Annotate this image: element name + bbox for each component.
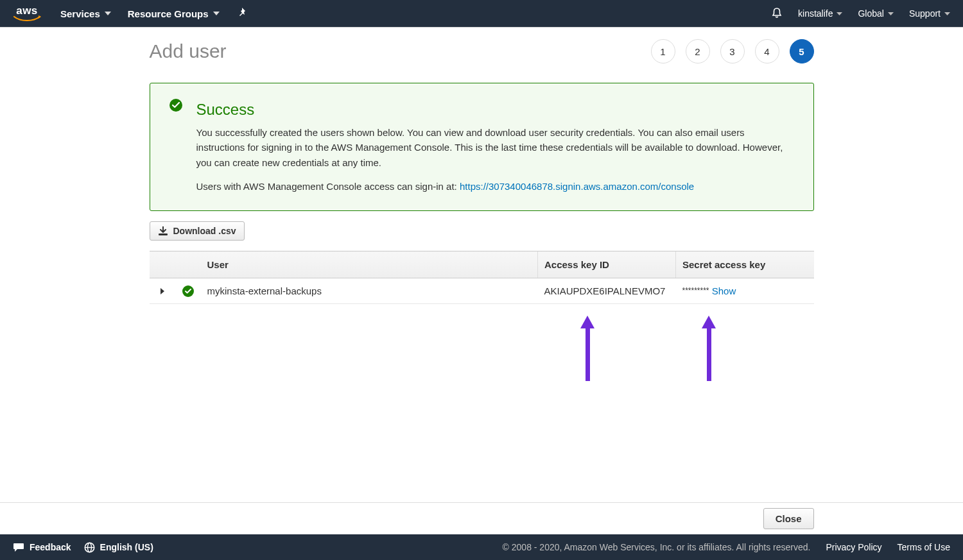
globe-icon — [84, 542, 95, 553]
nav-resource-groups[interactable]: Resource Groups — [128, 8, 220, 19]
annotation-arrow — [702, 316, 716, 381]
aws-smile-icon — [13, 15, 41, 22]
caret-down-icon — [213, 12, 220, 15]
cell-username: mykinsta-external-backups — [201, 278, 538, 304]
wizard-step-3[interactable]: 3 — [720, 39, 745, 64]
action-bar: Close — [0, 502, 963, 534]
cell-access-key: AKIAUPDXE6IPALNEVMO7 — [538, 278, 676, 304]
wizard-step-1[interactable]: 1 — [651, 39, 675, 64]
col-secret-key: Secret access key — [676, 251, 814, 278]
feedback-link[interactable]: Feedback — [13, 542, 71, 552]
wizard-step-4[interactable]: 4 — [755, 39, 779, 64]
secret-mask: ********* — [682, 286, 709, 295]
terms-of-use-link[interactable]: Terms of Use — [898, 542, 950, 552]
download-csv-button[interactable]: Download .csv — [150, 221, 245, 241]
speech-bubble-icon — [13, 542, 24, 552]
language-label: English (US) — [100, 542, 153, 552]
caret-down-icon — [888, 12, 894, 15]
download-csv-label: Download .csv — [173, 226, 236, 236]
col-access-key: Access key ID — [538, 251, 676, 278]
main-content: Add user 1 2 3 4 5 Success You successfu… — [150, 28, 814, 304]
caret-down-icon — [105, 12, 111, 15]
svg-rect-0 — [159, 233, 168, 235]
col-user: User — [201, 251, 538, 278]
alert-signin-prefix: Users with AWS Management Console access… — [196, 181, 460, 192]
language-selector[interactable]: English (US) — [84, 542, 153, 553]
table-header-row: User Access key ID Secret access key — [150, 251, 814, 278]
bell-icon[interactable] — [771, 7, 783, 21]
col-expand — [150, 251, 175, 278]
alert-paragraph-2: Users with AWS Management Console access… — [196, 179, 795, 194]
alert-paragraph-1: You successfully created the users shown… — [196, 125, 795, 170]
signin-url-link[interactable]: https://307340046878.signin.aws.amazon.c… — [460, 181, 694, 192]
success-alert: Success You successfully created the use… — [150, 83, 814, 211]
footer: Feedback English (US) © 2008 - 2020, Ama… — [0, 534, 963, 560]
cell-secret-key: ********* Show — [676, 278, 814, 304]
nav-support[interactable]: Support — [909, 8, 950, 19]
nav-services[interactable]: Services — [60, 8, 111, 19]
show-secret-link[interactable]: Show — [712, 285, 736, 296]
aws-logo[interactable]: aws — [13, 5, 41, 22]
nav-resource-groups-label: Resource Groups — [128, 8, 209, 19]
col-status — [175, 251, 201, 278]
top-nav: aws Services Resource Groups kinstalife … — [0, 0, 963, 27]
close-button[interactable]: Close — [763, 508, 814, 529]
table-row: mykinsta-external-backups AKIAUPDXE6IPAL… — [150, 278, 814, 304]
copyright-text: © 2008 - 2020, Amazon Web Services, Inc.… — [503, 542, 811, 552]
page-title: Add user — [150, 40, 227, 62]
nav-account[interactable]: kinstalife — [798, 8, 842, 19]
wizard-step-2[interactable]: 2 — [686, 39, 710, 64]
nav-region[interactable]: Global — [858, 8, 893, 19]
privacy-policy-link[interactable]: Privacy Policy — [826, 542, 881, 552]
nav-region-label: Global — [858, 8, 883, 19]
alert-body: Success You successfully created the use… — [196, 98, 795, 194]
expand-row-icon[interactable] — [160, 288, 164, 294]
row-status-success-icon — [182, 285, 194, 297]
alert-title: Success — [196, 98, 795, 121]
pin-icon[interactable] — [238, 8, 248, 20]
aws-logo-text: aws — [16, 5, 38, 16]
caret-down-icon — [944, 12, 950, 15]
nav-support-label: Support — [909, 8, 941, 19]
feedback-label: Feedback — [30, 542, 71, 552]
nav-services-label: Services — [60, 8, 100, 19]
annotation-arrow — [580, 316, 594, 381]
heading-row: Add user 1 2 3 4 5 — [150, 39, 814, 64]
success-icon — [169, 99, 182, 112]
wizard-step-5[interactable]: 5 — [790, 39, 814, 64]
caret-down-icon — [837, 12, 842, 15]
users-table: User Access key ID Secret access key myk… — [150, 251, 814, 304]
nav-account-label: kinstalife — [798, 8, 833, 19]
download-icon — [158, 226, 168, 236]
wizard-steps: 1 2 3 4 5 — [651, 39, 814, 64]
